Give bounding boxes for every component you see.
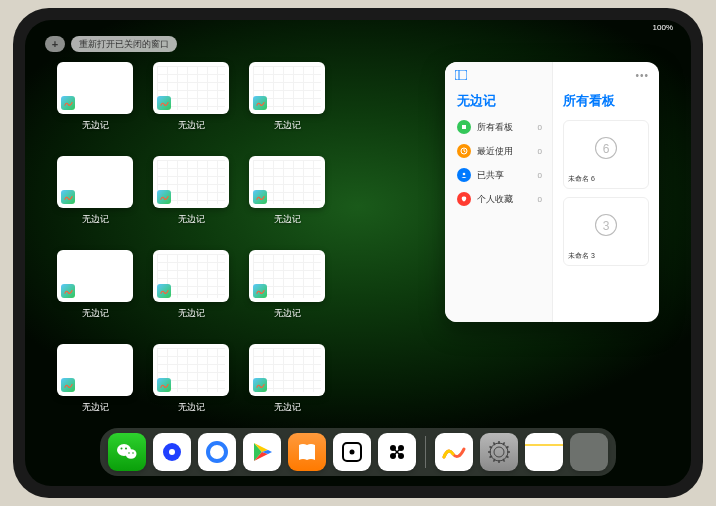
boards-title: 所有看板	[563, 92, 649, 110]
dock-app-notes[interactable]	[525, 433, 563, 471]
dock-divider	[425, 436, 426, 468]
freeform-app-icon	[61, 284, 75, 298]
app-window-tile[interactable]: 无边记	[57, 62, 133, 142]
board-name: 未命名 3	[568, 251, 644, 261]
boards-column: 所有看板 6未命名 63未命名 3	[553, 62, 659, 322]
freeform-app-card[interactable]: ••• 无边记 所有看板0最近使用0已共享0个人收藏0 所有看板 6未命名 63…	[445, 62, 659, 322]
svg-point-17	[132, 452, 134, 454]
board-preview: 6	[568, 125, 644, 171]
board-card[interactable]: 6未命名 6	[563, 120, 649, 189]
tile-thumbnail	[57, 250, 133, 302]
dock-app-books[interactable]	[288, 433, 326, 471]
tile-label: 无边记	[82, 213, 109, 226]
app-window-tile[interactable]: 无边记	[57, 156, 133, 236]
app-window-tile[interactable]: 无边记	[249, 344, 325, 424]
sidebar-toggle-icon[interactable]	[455, 70, 467, 82]
svg-point-19	[169, 449, 175, 455]
tile-label: 无边记	[82, 119, 109, 132]
app-window-tile[interactable]: 无边记	[153, 250, 229, 330]
ipad-device: 100% + 重新打开已关闭的窗口 无边记无边记无边记无边记无边记无边记无边记无…	[13, 8, 703, 498]
dock-app-play[interactable]	[243, 433, 281, 471]
freeform-app-icon	[253, 378, 267, 392]
tile-thumbnail	[153, 62, 229, 114]
tile-label: 无边记	[274, 213, 301, 226]
svg-point-30	[494, 447, 504, 457]
svg-rect-0	[455, 70, 467, 80]
content-area: 无边记无边记无边记无边记无边记无边记无边记无边记无边记无边记无边记无边记 •••…	[57, 62, 659, 424]
app-window-tile[interactable]: 无边记	[153, 62, 229, 142]
freeform-app-icon	[253, 96, 267, 110]
sidebar-item-count: 0	[538, 123, 542, 132]
tile-label: 无边记	[82, 401, 109, 414]
svg-point-29	[490, 443, 508, 461]
sidebar-item[interactable]: 最近使用0	[457, 144, 542, 158]
sidebar-item-icon	[457, 144, 471, 158]
freeform-app-icon	[253, 190, 267, 204]
tile-label: 无边记	[178, 401, 205, 414]
sidebar-item[interactable]: 个人收藏0	[457, 192, 542, 206]
sidebar-item-count: 0	[538, 171, 542, 180]
dock-app-library[interactable]	[570, 433, 608, 471]
board-card[interactable]: 3未命名 3	[563, 197, 649, 266]
tile-label: 无边记	[274, 401, 301, 414]
sidebar-item-icon	[457, 192, 471, 206]
sidebar-item[interactable]: 已共享0	[457, 168, 542, 182]
svg-text:6: 6	[603, 142, 610, 156]
top-controls: + 重新打开已关闭的窗口	[45, 36, 177, 52]
app-window-tile[interactable]: 无边记	[153, 344, 229, 424]
sidebar-item-icon	[457, 120, 471, 134]
svg-point-20	[208, 443, 226, 461]
tile-thumbnail	[153, 250, 229, 302]
sidebar-item-icon	[457, 168, 471, 182]
sidebar-item-count: 0	[538, 147, 542, 156]
sidebar-item[interactable]: 所有看板0	[457, 120, 542, 134]
tile-thumbnail	[249, 156, 325, 208]
sidebar-title: 无边记	[457, 92, 542, 110]
app-window-tile[interactable]: 无边记	[57, 344, 133, 424]
svg-point-22	[350, 450, 355, 455]
dock-app-connect[interactable]	[378, 433, 416, 471]
app-window-tile[interactable]: 无边记	[249, 62, 325, 142]
freeform-app-icon	[157, 190, 171, 204]
tile-thumbnail	[153, 344, 229, 396]
dock-app-quark[interactable]	[153, 433, 191, 471]
tile-thumbnail	[57, 62, 133, 114]
freeform-app-icon	[61, 96, 75, 110]
statusbar: 100%	[25, 20, 691, 34]
more-icon[interactable]: •••	[635, 70, 649, 81]
dock-app-wechat[interactable]	[108, 433, 146, 471]
sidebar-item-label: 个人收藏	[477, 193, 513, 206]
dock-app-dice[interactable]	[333, 433, 371, 471]
sidebar-item-label: 最近使用	[477, 145, 513, 158]
dock-app-freeform[interactable]	[435, 433, 473, 471]
app-window-tile[interactable]: 无边记	[249, 250, 325, 330]
svg-point-15	[125, 448, 127, 450]
freeform-app-icon	[157, 96, 171, 110]
tile-thumbnail	[249, 62, 325, 114]
svg-point-7	[463, 173, 466, 176]
tile-label: 无边记	[178, 307, 205, 320]
svg-rect-3	[462, 125, 466, 129]
board-preview: 3	[568, 202, 644, 248]
svg-text:3: 3	[603, 219, 610, 233]
tile-label: 无边记	[82, 307, 109, 320]
sidebar-item-count: 0	[538, 195, 542, 204]
svg-point-13	[126, 449, 137, 459]
app-window-tile[interactable]: 无边记	[153, 156, 229, 236]
freeform-app-icon	[157, 378, 171, 392]
dock-app-qqbrowser[interactable]	[198, 433, 236, 471]
tile-label: 无边记	[178, 213, 205, 226]
app-window-tile[interactable]: 无边记	[57, 250, 133, 330]
new-window-button[interactable]: +	[45, 36, 65, 52]
reopen-closed-window-button[interactable]: 重新打开已关闭的窗口	[71, 36, 177, 52]
status-right: 100%	[653, 23, 673, 32]
tile-label: 无边记	[178, 119, 205, 132]
dock-app-settings[interactable]	[480, 433, 518, 471]
tile-label: 无边记	[274, 119, 301, 132]
card-sidebar: 无边记 所有看板0最近使用0已共享0个人收藏0	[445, 62, 553, 322]
tile-thumbnail	[249, 344, 325, 396]
sidebar-item-label: 所有看板	[477, 121, 513, 134]
dock	[100, 428, 616, 476]
app-window-tile[interactable]: 无边记	[249, 156, 325, 236]
freeform-app-icon	[253, 284, 267, 298]
